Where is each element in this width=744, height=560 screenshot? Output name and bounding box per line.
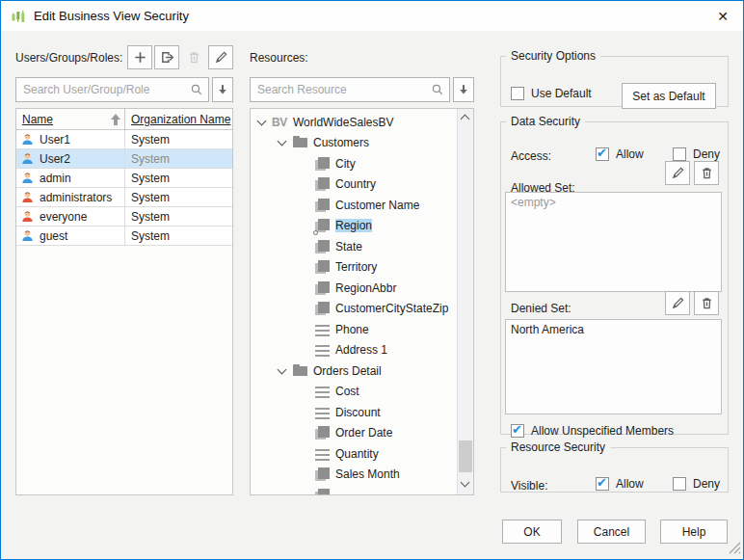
tree-item[interactable]: Cost [251,382,457,403]
column-header-name[interactable]: Name [16,109,124,129]
tree-item-label: State [335,240,362,253]
user-search-input[interactable] [15,77,209,102]
tree-item-icon [314,156,331,172]
users-panel: Users/Groups/Roles: [15,43,233,495]
user-icon [20,190,35,204]
ok-button[interactable]: OK [502,520,562,544]
table-row[interactable]: User1 System [16,130,232,149]
allow-unspecified-members-checkbox[interactable] [511,424,524,438]
edit-allowed-set-icon[interactable] [665,161,690,185]
tree-item[interactable]: Phone [251,319,457,340]
tree-item[interactable]: Customer Name [251,195,457,216]
tree-item-label: Phone [335,323,369,336]
tree-item[interactable]: State [251,236,457,257]
allowed-set-list[interactable]: <empty> [505,192,722,292]
denied-set-list[interactable]: North America [505,319,722,414]
table-row[interactable]: admin System [16,169,232,188]
user-icon [20,209,35,224]
tree-item-label: Customers [313,136,369,149]
tree-item[interactable]: Sales Month [251,465,457,486]
tree-scrollbar[interactable] [457,109,473,494]
tree-item-icon [314,467,331,482]
table-row[interactable]: everyone System [16,207,232,227]
resources-tree: WorldWideSalesBV Customers City Country … [250,108,474,495]
users-table: Name Organization Name User1 System [15,108,233,495]
scroll-thumb[interactable] [459,440,472,472]
tree-item-label: Orders Detail [313,364,382,378]
tree-item[interactable]: RegionAbbr [251,278,457,299]
user-organization: System [124,188,232,206]
user-icon [20,228,35,243]
set-as-default-button[interactable]: Set as Default [622,83,716,109]
tree-item[interactable]: Address 1 [251,340,457,361]
tree-item-label: Sales Month [335,467,400,481]
assign-button[interactable] [154,45,179,69]
tree-item[interactable] [251,485,457,494]
tree-item[interactable]: Order Date [251,423,457,444]
app-icon [11,9,26,24]
user-name: admin [40,172,71,185]
data-security-title: Data Security [506,115,585,128]
tree-item-icon [272,115,288,130]
clear-denied-set-icon[interactable] [694,291,719,315]
chevron-down-icon[interactable] [276,136,289,149]
tree-item-icon [314,425,331,440]
tree-item-icon [314,446,331,462]
help-button[interactable]: Help [660,520,728,544]
access-allow-checkbox[interactable] [596,147,609,161]
tree-item-label: Discount [335,406,381,419]
tree-item[interactable]: Customers [251,133,457,154]
user-search [15,77,209,102]
user-organization: System [124,169,232,187]
user-search-go-button[interactable] [212,77,233,102]
cancel-button[interactable]: Cancel [577,520,646,544]
user-organization: System [124,149,232,168]
clear-allowed-set-icon[interactable] [694,161,719,185]
sort-ascending-icon [111,114,120,125]
edit-denied-set-icon[interactable] [665,291,690,315]
tree-item-label: Order Date [335,426,392,440]
tree-item[interactable]: Discount [251,402,457,423]
security-options-title: Security Options [506,49,600,63]
delete-icon[interactable] [181,45,206,69]
allow-unspecified-members-label: Allow Unspecified Members [531,424,674,438]
visible-allow-checkbox[interactable] [596,477,609,491]
visible-deny-label: Deny [693,477,720,491]
resource-search-input[interactable] [250,77,450,102]
tree-item[interactable]: Quantity [251,443,457,465]
tree-item[interactable]: WorldWideSalesBV [251,112,457,133]
table-row[interactable]: administrators System [16,188,232,207]
tree-item[interactable]: Orders Detail [251,360,457,382]
users-toolbar [127,45,233,69]
visible-deny-checkbox[interactable] [673,477,686,491]
tree-item[interactable]: Territory [251,257,457,279]
access-deny-checkbox[interactable] [673,147,686,161]
denied-set-value: North America [511,323,584,336]
edit-icon[interactable] [208,45,233,69]
scroll-up-icon[interactable] [458,111,473,126]
close-icon[interactable]: ✕ [703,1,743,31]
tree-item[interactable]: Country [251,174,457,196]
tree-item[interactable]: Region [251,216,457,237]
chevron-down-icon[interactable] [255,116,269,129]
tree-item[interactable]: CustomerCityStateZip [251,299,457,320]
tree-item-icon [314,176,331,192]
key-badge-icon [313,230,318,235]
users-table-header: Name Organization Name [16,109,232,130]
user-name: User1 [40,133,70,147]
use-default-checkbox[interactable] [511,87,524,100]
users-table-body: User1 System User2 System admin System [16,130,232,246]
resize-grip[interactable] [729,542,741,557]
resource-search-go-button[interactable] [453,77,474,102]
column-header-organization[interactable]: Organization Name [124,109,232,129]
column-name-label: Name [22,113,53,126]
resources-panel-label: Resources: [250,51,308,65]
add-button[interactable] [127,45,152,69]
chevron-down-icon[interactable] [276,364,289,378]
user-name: administrators [40,191,112,204]
table-row[interactable]: guest System [16,227,232,246]
column-organization-label: Organization Name [131,113,230,126]
tree-item[interactable]: City [251,153,457,174]
scroll-down-icon[interactable] [458,477,473,493]
table-row[interactable]: User2 System [16,149,232,169]
